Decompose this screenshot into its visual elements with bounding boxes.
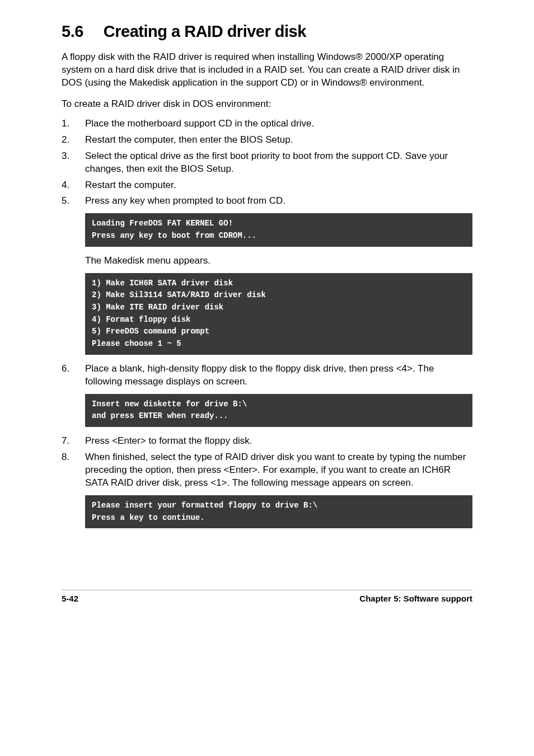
section-heading: 5.6Creating a RAID driver disk: [62, 22, 472, 41]
step-number: 1.: [62, 118, 85, 130]
step-item: 5.Press any key when prompted to boot fr…: [62, 195, 472, 208]
step-number: 4.: [62, 179, 85, 192]
intro-paragraph: A floppy disk with the RAID driver is re…: [62, 51, 472, 90]
step-item: 3.Select the optical drive as the first …: [62, 150, 472, 176]
terminal-output-1: Loading FreeDOS FAT KERNEL GO! Press any…: [85, 213, 472, 246]
step-text: Press any key when prompted to boot from…: [85, 195, 472, 208]
step-item: 6.Place a blank, high-density floppy dis…: [62, 363, 472, 388]
after-terminal-text: The Makedisk menu appears.: [85, 255, 472, 267]
step-item: 4.Restart the computer.: [62, 179, 472, 192]
chapter-label: Chapter 5: Software support: [359, 594, 472, 603]
step-item: 8.When finished, select the type of RAID…: [62, 451, 472, 490]
terminal-output-4: Please insert your formatted floppy to d…: [85, 495, 472, 528]
section-number: 5.6: [62, 22, 83, 40]
step-text: When finished, select the type of RAID d…: [85, 451, 472, 490]
step-text: Press <Enter> to format the floppy disk.: [85, 435, 472, 448]
page-number: 5-42: [62, 594, 78, 603]
page-footer: 5-42 Chapter 5: Software support: [62, 590, 472, 603]
step-text: Place the motherboard support CD in the …: [85, 118, 472, 130]
steps-list-3: 7.Press <Enter> to format the floppy dis…: [62, 435, 472, 490]
terminal-output-2: 1) Make ICH6R SATA driver disk 2) Make S…: [85, 273, 472, 355]
step-number: 2.: [62, 134, 85, 147]
step-item: 2.Restart the computer, then enter the B…: [62, 134, 472, 147]
step-text: Restart the computer.: [85, 179, 472, 192]
step-item: 1.Place the motherboard support CD in th…: [62, 118, 472, 130]
procedure-intro: To create a RAID driver disk in DOS envi…: [62, 98, 472, 111]
section-title: Creating a RAID driver disk: [104, 22, 306, 40]
step-number: 5.: [62, 195, 85, 208]
step-number: 7.: [62, 435, 85, 448]
steps-list-2: 6.Place a blank, high-density floppy dis…: [62, 363, 472, 388]
step-text: Select the optical drive as the first bo…: [85, 150, 472, 176]
step-number: 8.: [62, 451, 85, 490]
step-text: Restart the computer, then enter the BIO…: [85, 134, 472, 147]
steps-list-1: 1.Place the motherboard support CD in th…: [62, 118, 472, 208]
step-text: Place a blank, high-density floppy disk …: [85, 363, 472, 388]
step-number: 3.: [62, 150, 85, 176]
terminal-output-3: Insert new diskette for drive B:\ and pr…: [85, 394, 472, 427]
step-number: 6.: [62, 363, 85, 388]
step-item: 7.Press <Enter> to format the floppy dis…: [62, 435, 472, 448]
